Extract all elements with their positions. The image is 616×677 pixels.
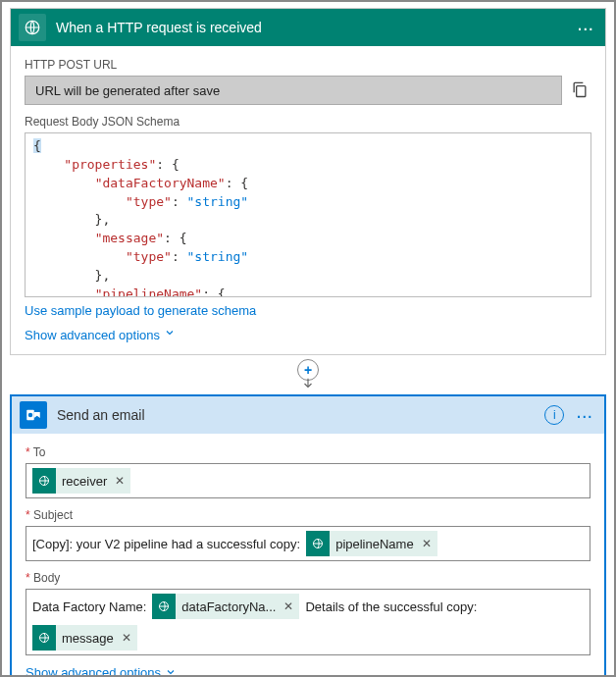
token-icon	[152, 594, 176, 619]
token-receiver-remove[interactable]: ✕	[115, 474, 125, 488]
http-trigger-menu-button[interactable]: ···	[573, 18, 597, 37]
subject-label: Subject	[26, 508, 590, 522]
token-receiver-label: receiver	[62, 474, 107, 489]
chevron-down-icon	[165, 666, 177, 678]
to-field[interactable]: receiver ✕	[26, 463, 590, 498]
http-trigger-header[interactable]: When a HTTP request is received ···	[11, 9, 605, 46]
arrow-down-icon	[301, 377, 315, 391]
body-prefix-text: Data Factory Name:	[32, 599, 146, 614]
token-icon	[32, 468, 56, 494]
use-sample-payload-link[interactable]: Use sample payload to generate schema	[25, 303, 256, 318]
token-receiver[interactable]: receiver ✕	[32, 468, 130, 494]
send-email-header[interactable]: Send an email i ···	[12, 396, 604, 434]
token-datafactoryname[interactable]: dataFactoryNa... ✕	[152, 594, 299, 619]
http-trigger-card: When a HTTP request is received ··· HTTP…	[10, 8, 606, 355]
token-datafactoryname-label: dataFactoryNa...	[181, 599, 276, 614]
to-label: To	[26, 445, 590, 459]
token-datafactoryname-remove[interactable]: ✕	[283, 599, 293, 613]
show-advanced-email-label: Show advanced options	[26, 665, 161, 677]
token-message-remove[interactable]: ✕	[122, 631, 131, 645]
show-advanced-http-link[interactable]: Show advanced options	[25, 328, 591, 342]
connector: +	[308, 361, 309, 389]
subject-prefix-text: [Copy]: your V2 pipeline had a successfu…	[32, 537, 300, 551]
body-label: Body	[26, 571, 590, 585]
send-email-title: Send an email	[57, 407, 544, 423]
globe-icon	[19, 14, 46, 41]
copy-url-button[interactable]	[570, 79, 591, 101]
subject-field[interactable]: [Copy]: your V2 pipeline had a successfu…	[26, 526, 590, 561]
token-pipelinename-label: pipelineName	[335, 537, 414, 551]
body-mid-text: Details of the successful copy:	[305, 599, 477, 614]
http-trigger-body: HTTP POST URL URL will be generated afte…	[11, 46, 605, 354]
info-icon[interactable]: i	[544, 405, 564, 425]
show-advanced-http-label: Show advanced options	[25, 328, 160, 342]
send-email-menu-button[interactable]: ···	[572, 405, 596, 425]
chevron-down-icon	[164, 327, 176, 338]
token-pipelinename[interactable]: pipelineName ✕	[306, 531, 437, 556]
http-trigger-title: When a HTTP request is received	[56, 20, 573, 35]
outlook-icon	[20, 401, 47, 429]
svg-point-3	[28, 413, 33, 418]
svg-rect-1	[577, 86, 586, 97]
post-url-label: HTTP POST URL	[25, 58, 591, 72]
post-url-value: URL will be generated after save	[25, 76, 562, 105]
send-email-card: Send an email i ··· To receiver ✕ Subjec…	[10, 394, 606, 677]
token-pipelinename-remove[interactable]: ✕	[422, 537, 432, 550]
send-email-body: To receiver ✕ Subject [Copy]: your V2 pi…	[12, 434, 604, 677]
token-icon	[306, 531, 330, 556]
schema-label: Request Body JSON Schema	[25, 115, 591, 129]
token-icon	[32, 625, 56, 651]
show-advanced-email-link[interactable]: Show advanced options	[26, 665, 177, 677]
token-message-label: message	[62, 631, 114, 646]
schema-textarea[interactable]: { "properties": { "dataFactoryName": { "…	[25, 132, 591, 297]
token-message[interactable]: message ✕	[32, 625, 137, 651]
body-field[interactable]: Data Factory Name: dataFactoryNa... ✕ De…	[26, 589, 590, 655]
